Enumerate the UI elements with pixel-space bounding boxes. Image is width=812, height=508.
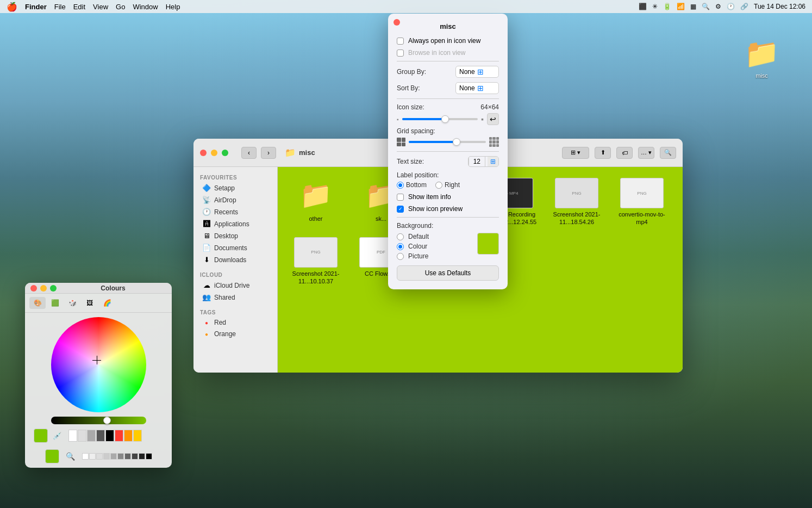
sidebar-item-downloads[interactable]: ⬇ Downloads: [196, 254, 275, 265]
colour-wheel[interactable]: [51, 317, 146, 412]
always-open-checkbox[interactable]: [397, 38, 404, 45]
sm-swatch-4[interactable]: [103, 453, 110, 460]
sidebar-item-shared[interactable]: 👥 Shared: [196, 292, 275, 303]
sidebar-item-setapp[interactable]: 🔷 Setapp: [196, 182, 275, 194]
file-item-convertio[interactable]: PNG convertio-mov-to-mp4: [615, 178, 669, 226]
sm-swatch-1[interactable]: [82, 453, 89, 460]
file-name-screenshot1: Screenshot 2021-11...18.54.26: [549, 210, 604, 226]
share-button[interactable]: ⬆: [595, 147, 611, 159]
minimize-button[interactable]: [211, 150, 217, 156]
browse-icon-checkbox[interactable]: [397, 49, 404, 57]
magnifier-button[interactable]: 🔍: [65, 450, 77, 462]
grid-spacing-slider[interactable]: [409, 141, 486, 143]
menu-go[interactable]: Go: [116, 3, 125, 11]
applications-icon: 🅰: [202, 220, 211, 228]
current-colour-swatch[interactable]: [34, 429, 48, 443]
swatch-cell-white[interactable]: [68, 430, 77, 442]
text-size-stepper[interactable]: 12 ⊞: [468, 156, 499, 167]
sidebar-item-icloud-drive[interactable]: ☁ iCloud Drive: [196, 280, 275, 291]
file-item-screenshot1[interactable]: PNG Screenshot 2021-11...18.54.26: [549, 178, 604, 226]
sidebar-item-tag-red[interactable]: ● Red: [196, 317, 275, 328]
tag-button[interactable]: 🏷: [616, 147, 633, 159]
menubar-right: ⬛ ✳ 🔋 📶 ▦ 🔍 ⚙ 🕐 🔗 Tue 14 Dec 12:06: [639, 3, 805, 10]
text-size-increase[interactable]: ⊞: [488, 157, 498, 166]
sort-by-dropdown[interactable]: None ⊞: [455, 82, 499, 94]
close-button[interactable]: [200, 150, 207, 156]
sm-swatch-2[interactable]: [89, 453, 96, 460]
menubar: 🍎 Finder File Edit View Go Window Help ⬛…: [0, 0, 812, 13]
divider-2: [397, 98, 499, 99]
icon-size-slider[interactable]: [402, 118, 478, 120]
app-name[interactable]: Finder: [25, 3, 47, 11]
colours-minimize-button[interactable]: [40, 285, 47, 292]
sm-swatch-3[interactable]: [96, 453, 103, 460]
more-button[interactable]: … ▾: [638, 147, 654, 159]
eyedropper-button[interactable]: 💉: [51, 430, 63, 442]
brightness-slider[interactable]: [51, 417, 146, 424]
colour-tab-crayon[interactable]: 🌈: [99, 297, 115, 309]
sidebar-item-tag-orange[interactable]: ● Orange: [196, 329, 275, 339]
sm-swatch-9[interactable]: [139, 453, 145, 460]
desktop-folder-misc[interactable]: 📁 misc: [744, 37, 779, 79]
use-defaults-button[interactable]: Use as Defaults: [397, 265, 499, 281]
colour-tab-image[interactable]: 🖼: [82, 297, 98, 309]
background-colour-swatch[interactable]: [477, 233, 499, 255]
menu-view[interactable]: View: [93, 3, 108, 11]
sort-by-row: Sort By: None ⊞: [397, 82, 499, 94]
sm-swatch-8[interactable]: [132, 453, 138, 460]
sidebar-item-applications[interactable]: 🅰 Applications: [196, 218, 275, 230]
shared-icon: 👥: [202, 293, 211, 301]
sidebar-item-desktop[interactable]: 🖥 Desktop: [196, 230, 275, 241]
sidebar-item-airdrop[interactable]: 📡 AirDrop: [196, 194, 275, 206]
menu-file[interactable]: File: [54, 3, 66, 11]
browse-icon-label: Browse in icon view: [408, 49, 465, 57]
radio-right[interactable]: Right: [435, 181, 460, 189]
bg-radio-picture[interactable]: Picture: [397, 252, 473, 260]
swatch-cell-dgray[interactable]: [96, 430, 105, 442]
bg-radio-colour[interactable]: Colour: [397, 243, 473, 250]
show-item-info-checkbox[interactable]: [397, 194, 404, 201]
forward-button[interactable]: ›: [261, 147, 276, 159]
background-section: Default Colour Picture: [397, 233, 499, 260]
icon-size-reset[interactable]: ↩: [487, 113, 499, 125]
maximize-button[interactable]: [222, 150, 228, 156]
search-button[interactable]: 🔍: [660, 147, 676, 159]
sm-swatch-6[interactable]: [117, 453, 124, 460]
swatch-cell-gray[interactable]: [87, 430, 96, 442]
dialog-close-button[interactable]: [393, 19, 400, 26]
sm-swatch-5[interactable]: [110, 453, 117, 460]
green-swatch[interactable]: [45, 449, 59, 463]
file-item-other[interactable]: 📁 other: [289, 178, 343, 226]
show-item-info-row: Show item info: [397, 193, 499, 201]
show-icon-preview-checkbox[interactable]: ✓: [397, 206, 404, 213]
sidebar-item-recents[interactable]: 🕐 Recents: [196, 206, 275, 218]
swatch-cell-yellow[interactable]: [133, 430, 142, 442]
colours-panel: Colours 🎨 🟩 🎲 🖼 🌈 💉: [25, 283, 172, 468]
colour-tab-sliders[interactable]: 🟩: [47, 297, 63, 309]
colour-tab-wheel[interactable]: 🎨: [29, 297, 46, 309]
radio-bottom[interactable]: Bottom: [397, 181, 427, 189]
apple-menu[interactable]: 🍎: [7, 2, 17, 12]
radio-right-label: Right: [445, 181, 460, 189]
sidebar-label-setapp: Setapp: [214, 184, 235, 192]
file-item-screenshot2[interactable]: PNG Screenshot 2021-11...10.10.37: [289, 237, 343, 286]
sm-swatch-7[interactable]: [124, 453, 131, 460]
menubar-search-icon[interactable]: 🔍: [702, 3, 710, 10]
view-toggle-button[interactable]: ⊞ ▾: [562, 147, 589, 159]
swatch-cell-black[interactable]: [105, 430, 114, 442]
sidebar-item-documents[interactable]: 📄 Documents: [196, 242, 275, 253]
swatch-cell-red[interactable]: [115, 430, 123, 442]
menu-window[interactable]: Window: [133, 3, 158, 11]
colours-close-button[interactable]: [30, 285, 37, 292]
menu-edit[interactable]: Edit: [73, 3, 85, 11]
colour-tab-palette[interactable]: 🎲: [64, 297, 80, 309]
bg-colour-dot: [397, 243, 404, 250]
menu-help[interactable]: Help: [166, 3, 180, 11]
swatch-cell-lgray[interactable]: [78, 430, 86, 442]
colours-maximize-button[interactable]: [50, 285, 57, 292]
swatch-cell-orange[interactable]: [124, 430, 133, 442]
back-button[interactable]: ‹: [241, 147, 257, 159]
group-by-dropdown[interactable]: None ⊞: [455, 66, 499, 78]
bg-radio-default[interactable]: Default: [397, 233, 473, 240]
sm-swatch-10[interactable]: [146, 453, 152, 460]
